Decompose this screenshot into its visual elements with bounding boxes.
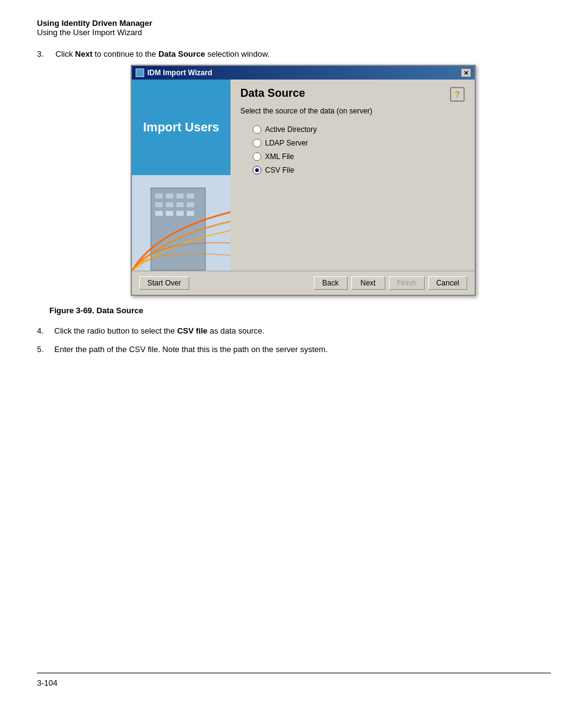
svg-rect-5 — [176, 194, 184, 199]
radio-xml-file[interactable]: XML File — [253, 152, 465, 161]
radio-csv-file-input[interactable] — [253, 166, 261, 174]
import-users-label: Import Users — [143, 120, 219, 134]
svg-rect-2 — [152, 189, 205, 269]
step-3-text: Click Next to continue to the Data Sourc… — [55, 49, 270, 59]
step-4-text: Click the radio button to select the CSV… — [54, 325, 551, 337]
radio-ldap-server-input[interactable] — [253, 139, 261, 147]
start-over-button[interactable]: Start Over — [139, 276, 189, 290]
svg-rect-7 — [155, 202, 163, 207]
radio-xml-file-input[interactable] — [253, 152, 261, 161]
data-source-title: Data Source — [240, 87, 305, 100]
wizard-footer-left: Start Over — [139, 276, 189, 290]
import-users-banner: Import Users — [132, 80, 231, 175]
data-source-subtitle: Select the source of the data (on server… — [240, 107, 465, 115]
svg-rect-9 — [176, 202, 184, 207]
radio-ldap-server[interactable]: LDAP Server — [253, 139, 465, 147]
radio-active-directory-input[interactable] — [253, 125, 261, 134]
radio-active-directory-label: Active Directory — [265, 125, 317, 134]
step-4: 4. Click the radio button to select the … — [37, 325, 551, 337]
next-button[interactable]: Next — [351, 276, 385, 290]
wizard-title-text: IDM Import Wizard — [147, 68, 212, 77]
page-header: Using Identity Driven Manager Using the … — [37, 18, 551, 37]
cancel-button[interactable]: Cancel — [428, 276, 467, 290]
wizard-title-icon — [136, 68, 144, 77]
svg-rect-8 — [166, 202, 173, 207]
radio-ldap-server-label: LDAP Server — [265, 139, 308, 147]
svg-rect-10 — [187, 202, 194, 207]
radio-group: Active Directory LDAP Server XML File CS… — [253, 125, 465, 174]
svg-rect-14 — [187, 211, 194, 216]
step-4-number: 4. — [37, 325, 54, 337]
radio-csv-file-label: CSV File — [265, 166, 294, 174]
svg-rect-13 — [176, 211, 184, 216]
back-button[interactable]: Back — [314, 276, 348, 290]
svg-rect-12 — [166, 211, 173, 216]
svg-rect-6 — [187, 194, 194, 199]
step-3-instruction: 3. Click Next to continue to the Data So… — [37, 49, 551, 59]
wizard-footer-right: Back Next Finish Cancel — [314, 276, 467, 290]
header-title: Using Identity Driven Manager — [37, 18, 551, 28]
svg-rect-3 — [155, 194, 163, 199]
page-footer: 3-104 — [37, 673, 551, 688]
page-number: 3-104 — [37, 678, 551, 688]
footer-rule — [37, 673, 551, 673]
steps-list: 4. Click the radio button to select the … — [37, 325, 551, 355]
radio-active-directory[interactable]: Active Directory — [253, 125, 465, 134]
figure-caption: Figure 3-69. Data Source — [49, 306, 551, 315]
step-5-number: 5. — [37, 343, 54, 356]
wizard-body: Import Users — [132, 80, 475, 271]
building-image — [132, 175, 231, 271]
close-button[interactable]: ✕ — [461, 68, 471, 77]
radio-csv-file[interactable]: CSV File — [253, 166, 465, 174]
svg-rect-4 — [166, 194, 173, 199]
step-3-number: 3. — [37, 49, 55, 59]
wizard-left-panel: Import Users — [132, 80, 231, 271]
wizard-title-left: IDM Import Wizard — [136, 68, 212, 77]
svg-rect-11 — [155, 211, 163, 216]
header-subtitle: Using the User Import Wizard — [37, 28, 551, 37]
wizard-window: IDM Import Wizard ✕ Import Users — [131, 65, 476, 296]
step-5-text: Enter the path of the CSV file. Note tha… — [54, 343, 551, 356]
wizard-right-header: Data Source ? — [240, 87, 465, 102]
help-button[interactable]: ? — [450, 87, 465, 102]
finish-button[interactable]: Finish — [389, 276, 425, 290]
wizard-titlebar: IDM Import Wizard ✕ — [132, 66, 475, 80]
step-5: 5. Enter the path of the CSV file. Note … — [37, 343, 551, 356]
wizard-right-panel: Data Source ? Select the source of the d… — [231, 80, 475, 271]
radio-xml-file-label: XML File — [265, 152, 294, 161]
wizard-footer: Start Over Back Next Finish Cancel — [132, 271, 475, 295]
